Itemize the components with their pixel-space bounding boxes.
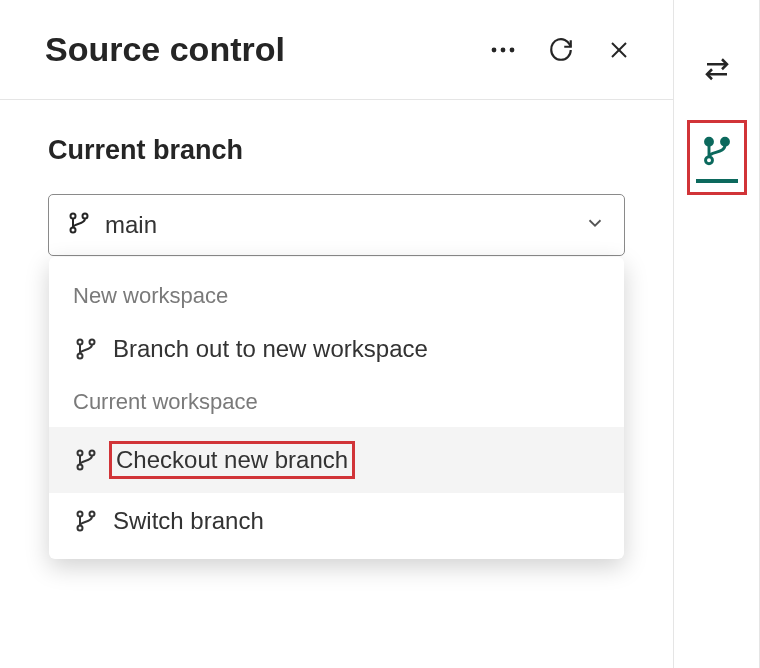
branch-dropdown[interactable]: main New workspace Branch out to new wor… bbox=[48, 194, 625, 256]
svg-point-18 bbox=[705, 156, 712, 163]
svg-point-16 bbox=[90, 512, 95, 517]
panel-title: Source control bbox=[45, 30, 489, 69]
close-icon[interactable] bbox=[605, 36, 633, 64]
svg-point-9 bbox=[78, 354, 83, 359]
active-indicator bbox=[696, 179, 738, 183]
svg-point-7 bbox=[83, 214, 88, 219]
source-control-panel: Source control Current branch main N bbox=[0, 0, 674, 668]
menu-item-label: Checkout new branch bbox=[109, 441, 355, 479]
menu-group-new-workspace: New workspace bbox=[49, 271, 624, 321]
branch-icon bbox=[67, 210, 91, 240]
svg-point-12 bbox=[78, 465, 83, 470]
svg-point-8 bbox=[78, 340, 83, 345]
svg-point-15 bbox=[78, 526, 83, 531]
svg-point-19 bbox=[721, 138, 728, 145]
sync-icon[interactable] bbox=[693, 44, 741, 92]
menu-item-label: Branch out to new workspace bbox=[113, 335, 428, 363]
svg-point-11 bbox=[78, 451, 83, 456]
svg-point-13 bbox=[90, 451, 95, 456]
source-control-rail-button[interactable] bbox=[687, 120, 747, 195]
svg-point-10 bbox=[90, 340, 95, 345]
refresh-icon[interactable] bbox=[547, 36, 575, 64]
panel-header: Source control bbox=[0, 0, 673, 100]
right-rail bbox=[674, 0, 760, 668]
branch-icon bbox=[73, 508, 99, 534]
branch-icon bbox=[73, 336, 99, 362]
menu-item-label: Switch branch bbox=[113, 507, 264, 535]
branch-icon bbox=[73, 447, 99, 473]
current-branch-label: Current branch bbox=[48, 135, 625, 166]
menu-item-switch-branch[interactable]: Switch branch bbox=[49, 493, 624, 549]
panel-content: Current branch main New workspace Branch… bbox=[0, 100, 673, 291]
branch-dropdown-value: main bbox=[105, 211, 584, 239]
svg-point-6 bbox=[71, 228, 76, 233]
svg-point-2 bbox=[510, 47, 515, 52]
branch-dropdown-menu: New workspace Branch out to new workspac… bbox=[49, 257, 624, 559]
menu-item-checkout-new-branch[interactable]: Checkout new branch bbox=[49, 427, 624, 493]
svg-point-17 bbox=[705, 138, 712, 145]
menu-group-current-workspace: Current workspace bbox=[49, 377, 624, 427]
header-actions bbox=[489, 36, 633, 64]
more-icon[interactable] bbox=[489, 36, 517, 64]
svg-point-1 bbox=[501, 47, 506, 52]
chevron-down-icon bbox=[584, 212, 606, 238]
menu-item-branch-out[interactable]: Branch out to new workspace bbox=[49, 321, 624, 377]
svg-point-5 bbox=[71, 214, 76, 219]
svg-point-14 bbox=[78, 512, 83, 517]
svg-point-0 bbox=[492, 47, 497, 52]
